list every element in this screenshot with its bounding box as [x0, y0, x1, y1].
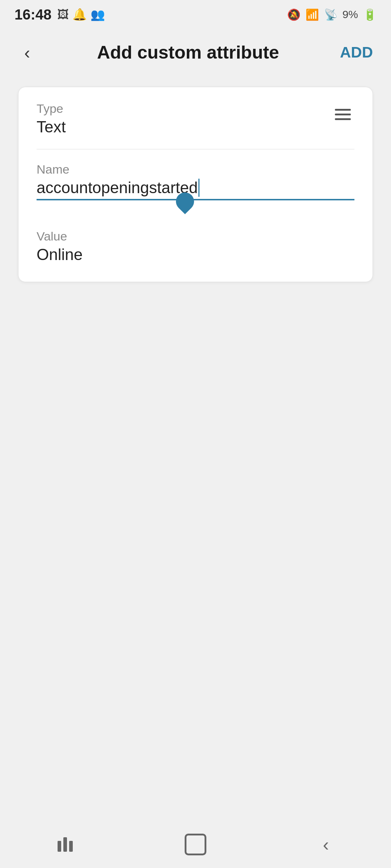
- status-bar-left: 16:48 🖼 🔔 👥: [14, 7, 105, 23]
- nav-bar: ‹: [0, 821, 391, 868]
- recent-apps-button[interactable]: [43, 830, 87, 859]
- contacts-icon: 👥: [91, 8, 105, 21]
- add-button[interactable]: ADD: [336, 40, 377, 65]
- name-row: Name accountopeningstarted: [37, 162, 354, 204]
- menu-line-1: [335, 109, 351, 111]
- menu-line-2: [335, 114, 351, 115]
- status-bar-right: 🔕 📶 📡 9% 🔋: [287, 8, 377, 21]
- name-label: Name: [37, 162, 354, 176]
- home-button[interactable]: [174, 830, 217, 859]
- name-underline: [37, 199, 354, 200]
- home-icon: [185, 834, 206, 855]
- value-row: Value Online: [37, 229, 354, 264]
- recent-apps-icon: [58, 837, 73, 852]
- name-value-text: accountopeningstarted: [37, 179, 198, 197]
- menu-line-3: [335, 118, 351, 120]
- bar3: [69, 841, 73, 852]
- menu-icon[interactable]: [331, 105, 354, 124]
- name-input-text[interactable]: accountopeningstarted: [37, 179, 354, 197]
- gallery-icon: 🖼: [57, 8, 69, 21]
- attribute-card: Type Text Name accountopeningstarted Val…: [18, 87, 373, 282]
- bar1: [58, 841, 61, 852]
- signal-icon: 📡: [324, 8, 337, 21]
- battery-icon: 🔋: [363, 8, 377, 21]
- bar2: [63, 837, 67, 852]
- type-row: Type Text: [37, 102, 354, 149]
- type-content: Type Text: [37, 102, 66, 136]
- value-value: Online: [37, 246, 354, 264]
- status-time: 16:48: [14, 7, 51, 23]
- back-arrow-icon: ‹: [24, 43, 30, 63]
- page-title: Add custom attribute: [40, 42, 336, 63]
- app-bar: ‹ Add custom attribute ADD: [0, 33, 391, 72]
- back-nav-icon: ‹: [323, 834, 329, 855]
- type-label: Type: [37, 102, 66, 116]
- status-bar: 16:48 🖼 🔔 👥 🔕 📶 📡 9% 🔋: [0, 0, 391, 29]
- value-label: Value: [37, 229, 354, 243]
- cursor-handle-wrapper: [37, 199, 354, 200]
- status-icons: 🖼 🔔 👥: [57, 8, 105, 21]
- text-cursor: [198, 179, 199, 197]
- name-input-wrapper[interactable]: accountopeningstarted: [37, 179, 354, 204]
- wifi-icon: 📶: [306, 8, 319, 21]
- battery-text: 9%: [342, 8, 358, 21]
- mute-icon: 🔕: [287, 8, 300, 21]
- notification-icon: 🔔: [72, 8, 87, 21]
- back-button[interactable]: ‹: [14, 40, 40, 65]
- type-value: Text: [37, 118, 66, 136]
- back-nav-button[interactable]: ‹: [304, 830, 348, 859]
